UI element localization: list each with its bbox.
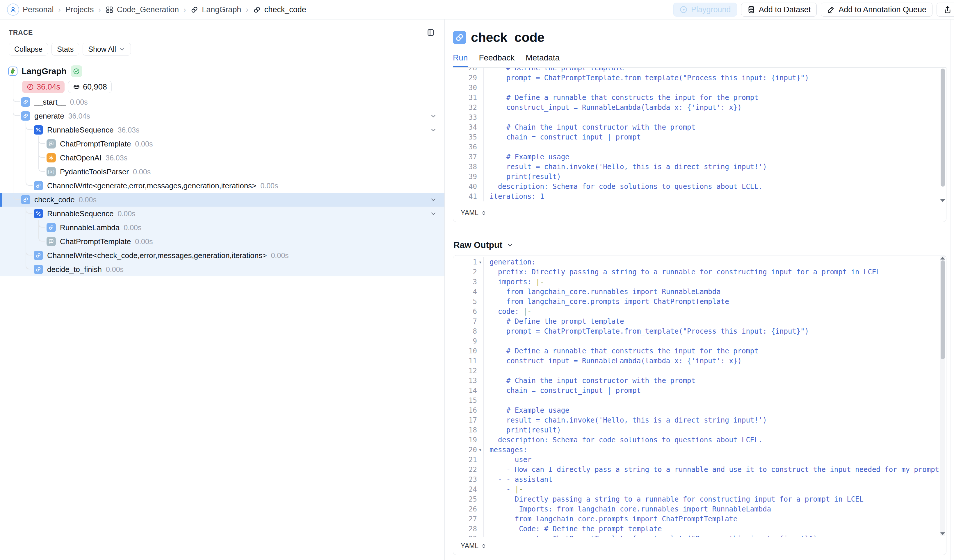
trace-tree-row[interactable]: ChannelWrite<generate,error,messages,gen… — [0, 179, 444, 193]
chain-icon — [21, 195, 30, 204]
chain-icon — [21, 111, 30, 121]
playground-button[interactable]: Playground — [673, 3, 737, 17]
breadcrumb-item[interactable]: LangGraph — [190, 5, 241, 14]
raw-output-format-bar: YAML — [453, 537, 946, 555]
collapse-chevron-icon[interactable] — [430, 196, 437, 203]
line-number: 1 — [473, 257, 477, 267]
breadcrumb-item[interactable]: check_code — [253, 5, 306, 14]
trace-tree-row[interactable]: RunnableSequence0.00s — [0, 207, 444, 221]
chain-icon — [21, 97, 30, 107]
add-to-annotation-queue-button[interactable]: Add to Annotation Queue — [821, 3, 932, 17]
trace-tree-row[interactable]: generate36.04s — [0, 109, 444, 123]
run-duration: 36.03s — [106, 154, 128, 162]
line-number: 16 — [469, 405, 477, 415]
chevron-down-icon — [507, 241, 513, 249]
line-number: 28 — [469, 68, 477, 73]
raw-output-code-area: 1▾generation:2 prefix: Directly passing … — [453, 255, 946, 537]
collapse-button[interactable]: Collapse — [9, 43, 48, 56]
trace-panel-title: TRACE — [9, 29, 33, 37]
trace-tree-row[interactable]: ChatPromptTemplate0.00s — [0, 235, 444, 249]
trace-tree-row[interactable]: check_code0.00s — [0, 193, 444, 207]
run-duration: 36.04s — [69, 112, 90, 120]
collapse-chevron-icon[interactable] — [430, 210, 437, 217]
trace-tree-row[interactable]: RunnableSequence36.03s — [0, 123, 444, 137]
trace-toolbar: Collapse Stats Show All — [9, 43, 444, 56]
line-number: 36 — [469, 142, 477, 152]
raw-output-label: Raw Output — [454, 240, 502, 250]
line-number: 18 — [469, 425, 477, 435]
collapse-chevron-icon[interactable] — [430, 112, 437, 120]
top-bar: Personal›Projects›Code_Generation›LangGr… — [0, 0, 954, 19]
line-number: 24 — [469, 484, 477, 494]
code-line: 1▾generation: — [453, 257, 946, 267]
run-duration: 0.00s — [271, 251, 288, 260]
code-text: - |- — [483, 484, 946, 494]
breadcrumb-item[interactable]: Projects — [65, 5, 94, 14]
database-icon — [747, 6, 755, 14]
code-text: - - user — [483, 455, 946, 465]
scroll-down-arrow[interactable] — [940, 532, 945, 535]
breadcrumb-item[interactable]: Code_Generation — [106, 5, 179, 14]
run-title: check_code — [471, 30, 544, 45]
scrollbar-thumb[interactable] — [941, 260, 945, 359]
code-text: result = chain.invoke('Hello, this is a … — [483, 162, 946, 172]
add-to-annotation-queue-label: Add to Annotation Queue — [839, 5, 926, 14]
format-label: YAML — [461, 542, 479, 550]
run-node-label: check_code — [34, 195, 75, 204]
collapse-chevron-icon[interactable] — [430, 126, 437, 134]
share-button[interactable] — [937, 3, 954, 17]
code-text: # Define a runnable that constructs the … — [483, 93, 946, 103]
scroll-down-arrow[interactable] — [940, 199, 945, 202]
code-text: prompt = ChatPromptTemplate.from_templat… — [483, 534, 946, 537]
code-line: 11 construct_input = RunnableLambda(lamb… — [453, 356, 946, 366]
run-node-label: RunnableLambda — [60, 223, 120, 232]
run-duration: 0.00s — [133, 168, 151, 176]
line-number: 29 — [469, 534, 477, 537]
scrollbar-thumb[interactable] — [941, 68, 945, 187]
fold-chevron-icon[interactable]: ▾ — [477, 257, 483, 267]
code-text: Directly passing a string to a runnable … — [483, 494, 946, 504]
trace-tree-row[interactable]: ChatOpenAI36.03s — [0, 151, 444, 165]
chain-icon — [453, 31, 466, 44]
scroll-up-arrow[interactable] — [940, 257, 945, 260]
breadcrumb-item[interactable]: Personal — [7, 3, 54, 16]
code-text: prompt = ChatPromptTemplate.from_templat… — [483, 73, 946, 83]
code-line: 5 from langchain_core.prompts import Cha… — [453, 297, 946, 306]
show-all-button[interactable]: Show All — [83, 43, 131, 56]
line-number: 9 — [473, 336, 477, 346]
chain-icon — [34, 251, 43, 260]
code-text: Code: # Define the prompt template — [483, 524, 946, 534]
trace-tree-row[interactable]: decide_to_finish0.00s — [0, 263, 444, 276]
tab-feedback[interactable]: Feedback — [479, 53, 514, 67]
code-line: 38 result = chain.invoke('Hello, this is… — [453, 162, 946, 172]
input-code-area: 28 # Define the prompt template29 prompt… — [453, 68, 946, 204]
trace-tree-row[interactable]: {x}PydanticToolsParser0.00s — [0, 165, 444, 179]
raw-output-toggle[interactable]: Raw Output — [454, 240, 946, 250]
line-number: 34 — [469, 122, 477, 132]
line-number: 37 — [469, 152, 477, 162]
success-status-icon — [71, 65, 82, 77]
trace-tree-row[interactable]: ChannelWrite<check_code,error,messages,g… — [0, 249, 444, 263]
collapse-panel-icon[interactable] — [426, 28, 435, 37]
line-number: 22 — [469, 465, 477, 474]
trace-tree-row[interactable]: __start__0.00s — [0, 95, 444, 109]
add-to-dataset-button[interactable]: Add to Dataset — [741, 3, 817, 17]
run-duration: 36.03s — [117, 126, 139, 134]
input-scrollbar — [940, 68, 945, 202]
run-duration: 0.00s — [124, 224, 141, 232]
prompt-template-icon — [47, 237, 56, 246]
fold-chevron-icon[interactable]: ▾ — [477, 445, 483, 455]
trace-tree-row[interactable]: LangGraph — [0, 64, 444, 79]
play-icon — [680, 6, 687, 14]
code-line: 19 description: Schema for code solution… — [453, 435, 946, 445]
format-select[interactable]: YAML — [461, 542, 486, 550]
code-line: 32 construct_input = RunnableLambda(lamb… — [453, 103, 946, 112]
trace-tree-row[interactable]: RunnableLambda0.00s — [0, 221, 444, 235]
stats-button[interactable]: Stats — [51, 43, 79, 56]
trace-tree-row[interactable]: ChatPromptTemplate0.00s — [0, 137, 444, 151]
tab-metadata[interactable]: Metadata — [525, 53, 560, 67]
line-number: 39 — [469, 172, 477, 182]
run-node-label: ChatPromptTemplate — [60, 237, 131, 246]
tab-run[interactable]: Run — [453, 53, 468, 67]
format-select[interactable]: YAML — [461, 209, 486, 217]
